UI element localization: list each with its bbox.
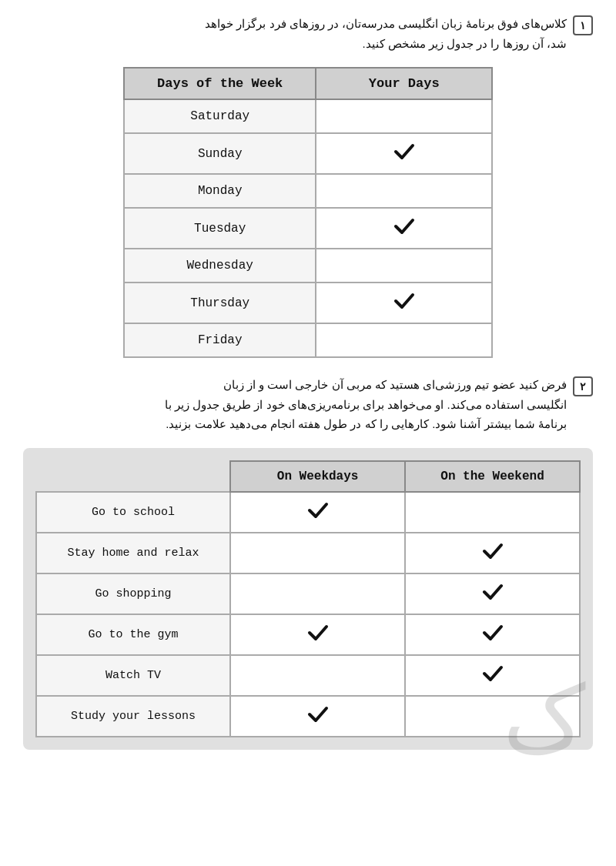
- weekday-check-cell[interactable]: [230, 696, 405, 737]
- weekend-check-cell[interactable]: [405, 696, 580, 737]
- table-row: Monday: [124, 174, 492, 208]
- weekday-check-cell[interactable]: [230, 614, 405, 655]
- check-cell[interactable]: [316, 283, 492, 323]
- checkmark-icon: [481, 580, 504, 604]
- activity-label: Go shopping: [36, 573, 230, 614]
- activity-label: Stay home and relax: [36, 533, 230, 573]
- activity-label: Watch TV: [36, 655, 230, 696]
- section2-header: ٢ فرض کنید عضو تیم ورزشی‌ای هستید که مرب…: [23, 375, 593, 434]
- day-cell: Friday: [124, 323, 316, 357]
- activity-label: Go to school: [36, 492, 230, 533]
- table-row: Study your lessons: [36, 696, 580, 737]
- col-your-days: Your Days: [316, 68, 492, 99]
- day-cell: Thursday: [124, 283, 316, 323]
- table-row: Friday: [124, 323, 492, 357]
- check-cell[interactable]: [316, 208, 492, 249]
- day-cell: Saturday: [124, 99, 316, 133]
- week-table: Days of the Week Your Days SaturdaySunda…: [123, 67, 493, 358]
- table-row: Watch TV: [36, 655, 580, 696]
- check-cell[interactable]: [316, 323, 492, 357]
- day-cell: Tuesday: [124, 208, 316, 249]
- checkmark-icon: [481, 621, 504, 644]
- weekend-check-cell[interactable]: [405, 492, 580, 533]
- checkmark-icon: [306, 703, 330, 726]
- table-row: Go to school: [36, 492, 580, 533]
- col-on-weekdays: On Weekdays: [230, 461, 405, 492]
- weekday-check-cell[interactable]: [230, 492, 405, 533]
- table-row: Sunday: [124, 133, 492, 174]
- weekday-check-cell[interactable]: [230, 573, 405, 614]
- section1-header: ١ کلاس‌های فوق برنامهٔ زبان انگلیسی مدرس…: [23, 14, 593, 53]
- table1-container: Days of the Week Your Days SaturdaySunda…: [23, 67, 593, 358]
- weekend-check-cell[interactable]: [405, 614, 580, 655]
- activity-label: Study your lessons: [36, 696, 230, 737]
- weekend-check-cell[interactable]: [405, 655, 580, 696]
- section2-number: ٢: [573, 376, 593, 396]
- checkmark-icon: [393, 140, 416, 163]
- checkmark-icon: [481, 540, 504, 563]
- table-row: Thursday: [124, 283, 492, 323]
- checkmark-icon: [306, 621, 330, 644]
- check-cell[interactable]: [316, 99, 492, 133]
- activity-label: Go to the gym: [36, 614, 230, 655]
- checkmark-icon: [393, 289, 416, 313]
- section1-text: کلاس‌های فوق برنامهٔ زبان انگلیسی مدرسه‌…: [205, 14, 567, 53]
- table-row: Tuesday: [124, 208, 492, 249]
- activity-table: On Weekdays On the Weekend Go to schoolS…: [35, 460, 581, 737]
- check-cell[interactable]: [316, 133, 492, 174]
- check-cell[interactable]: [316, 249, 492, 283]
- day-cell: Sunday: [124, 133, 316, 174]
- table-row: Saturday: [124, 99, 492, 133]
- weekday-check-cell[interactable]: [230, 655, 405, 696]
- table-row: Wednesday: [124, 249, 492, 283]
- check-cell[interactable]: [316, 174, 492, 208]
- section2-text: فرض کنید عضو تیم ورزشی‌ای هستید که مربی …: [165, 375, 567, 434]
- col-on-weekend: On the Weekend: [405, 461, 580, 492]
- day-cell: Wednesday: [124, 249, 316, 283]
- col-days-of-week: Days of the Week: [124, 68, 316, 99]
- weekend-check-cell[interactable]: [405, 533, 580, 573]
- checkmark-icon: [481, 662, 504, 685]
- table-row: Go shopping: [36, 573, 580, 614]
- col-activity-empty: [36, 461, 230, 492]
- checkmark-icon: [393, 215, 416, 238]
- table-row: Stay home and relax: [36, 533, 580, 573]
- weekend-check-cell[interactable]: [405, 573, 580, 614]
- table2-container: On Weekdays On the Weekend Go to schoolS…: [23, 448, 593, 750]
- checkmark-icon: [306, 499, 330, 522]
- weekday-check-cell[interactable]: [230, 533, 405, 573]
- table-row: Go to the gym: [36, 614, 580, 655]
- day-cell: Monday: [124, 174, 316, 208]
- section1-number: ١: [573, 15, 593, 35]
